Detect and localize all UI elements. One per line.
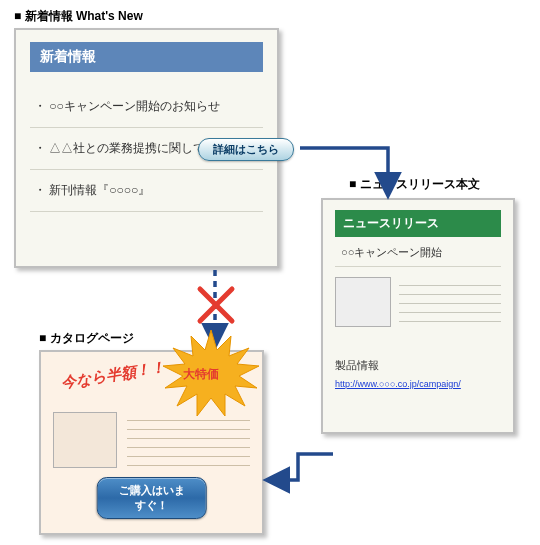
release-title: ○○キャンペーン開始 xyxy=(341,245,501,260)
release-text-lines xyxy=(399,277,501,330)
whatsnew-item[interactable]: ・ 新刊情報『○○○○』 xyxy=(30,170,263,212)
divider xyxy=(335,266,501,267)
catalog-section-label: ■ カタログページ xyxy=(39,330,134,347)
release-header: ニュースリリース xyxy=(335,210,501,237)
catalog-panel: 今なら半額！！ 大特価 ご購入はいますぐ！ xyxy=(39,350,264,535)
halfprice-text: 今なら半額！！ xyxy=(60,358,167,393)
product-link[interactable]: http://www.○○○.co.jp/campaign/ xyxy=(335,379,461,389)
whatsnew-item[interactable]: ・ ○○キャンペーン開始のお知らせ xyxy=(30,86,263,128)
release-section-label: ■ ニュースリリース本文 xyxy=(349,176,480,193)
whatsnew-header: 新着情報 xyxy=(30,42,263,72)
release-panel: ニュースリリース ○○キャンペーン開始 製品情報 http://www.○○○.… xyxy=(321,198,515,434)
buy-now-button[interactable]: ご購入はいますぐ！ xyxy=(96,477,207,519)
release-image-placeholder xyxy=(335,277,391,327)
detail-button[interactable]: 詳細はこちら xyxy=(198,138,294,161)
starburst-text: 大特価 xyxy=(183,366,219,383)
whatsnew-section-label: ■ 新着情報 What's New xyxy=(14,8,143,25)
x-mark-icon xyxy=(196,285,236,325)
product-info-label: 製品情報 xyxy=(335,358,501,373)
catalog-image-placeholder xyxy=(53,412,117,468)
